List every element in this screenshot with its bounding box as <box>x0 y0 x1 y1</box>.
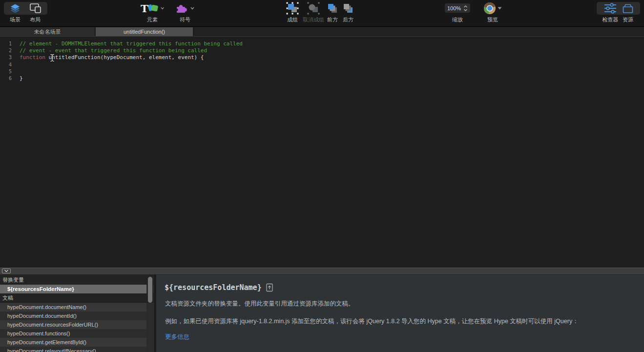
collapse-chevron-icon <box>4 269 9 272</box>
stepper-arrows-icon <box>463 5 468 11</box>
scenes-label: 场景 <box>4 16 26 23</box>
preview-button[interactable]: 预览 <box>481 2 504 23</box>
reference-panel: 替换变量 ${resourcesFolderName} 文稿 hypeDocum… <box>0 275 644 352</box>
collapse-panel-button[interactable] <box>2 269 11 273</box>
scenes-button[interactable]: 场景 <box>4 2 26 23</box>
main-toolbar: 场景 布局 T 元素 <box>0 0 644 27</box>
code-text: function untitledFunction(hypeDocument, … <box>20 54 204 61</box>
text-cursor-icon <box>50 54 55 62</box>
line-number: 4 <box>0 62 12 68</box>
sidebar-scrollbar-thumb[interactable] <box>147 276 153 303</box>
list-item[interactable]: hypeDocument.documentName() <box>0 303 146 311</box>
code-text: // event - event that triggered this fun… <box>20 47 207 54</box>
dropdown-triangle-icon <box>498 7 502 10</box>
more-info-link[interactable]: 更多信息 <box>165 333 189 341</box>
list-item[interactable]: hypeDocument.documentId() <box>0 311 146 320</box>
elements-label: 元素 <box>141 16 164 23</box>
preview-browser-icon <box>481 2 504 15</box>
sidebar-list: hypeDocument.documentName()hypeDocument.… <box>0 303 154 352</box>
elements-button[interactable]: T 元素 <box>141 2 164 23</box>
tab-untitled-scene[interactable]: 未命名场景 <box>0 27 95 36</box>
send-back-icon <box>338 2 358 15</box>
list-item[interactable]: hypeDocument.resourcesFolderURL() <box>0 320 146 329</box>
tab-untitled-function[interactable]: untitledFunction() <box>96 27 193 36</box>
panel-splitter[interactable] <box>0 268 644 275</box>
resources-button[interactable]: 资源 <box>618 2 638 23</box>
chevron-down-icon <box>161 7 164 10</box>
code-line: 3function untitledFunction(hypeDocument,… <box>0 54 644 61</box>
detail-title: ${resourcesFolderName} <box>165 283 262 292</box>
scenes-layers-icon <box>4 2 26 15</box>
list-item-selected[interactable]: ${resourcesFolderName} <box>0 285 146 293</box>
list-item[interactable]: hypeDocument.relayoutIfNecessary() <box>0 347 146 352</box>
list-item[interactable]: hypeDocument.functions() <box>0 329 146 338</box>
variables-sidebar: 替换变量 ${resourcesFolderName} 文稿 hypeDocum… <box>0 275 155 352</box>
code-line: 4 <box>0 62 644 68</box>
code-text: // element - DOMHTMLElement that trigger… <box>20 41 243 47</box>
tab-bar: 未命名场景 untitledFunction() <box>0 27 644 36</box>
text-tool-glyph: T <box>141 3 148 14</box>
zoom-label: 缩放 <box>445 16 470 23</box>
hype-window: { "toolbar": { "scenes": "场景", "layouts"… <box>0 0 644 352</box>
code-text: } <box>20 75 23 82</box>
line-number: 5 <box>0 68 12 75</box>
code-line: 6} <box>0 75 644 82</box>
detail-panel: ${resourcesFolderName} 文稿资源文件夹的替换变量。使用此变… <box>156 275 644 352</box>
code-editor[interactable]: 1// element - DOMHTMLElement that trigge… <box>0 36 644 268</box>
insert-document-icon[interactable] <box>266 283 273 292</box>
chevron-down-icon <box>190 7 194 10</box>
layouts-button[interactable]: 布局 <box>24 2 46 23</box>
line-number: 2 <box>0 47 12 54</box>
zoom-value: 100% <box>447 5 461 11</box>
detail-example: 例如，如果已使用资源库将 jquery-1.8.2.min.js 添加至您的文稿… <box>165 317 629 326</box>
list-item[interactable]: hypeDocument.getElementById() <box>0 338 146 347</box>
preview-label: 预览 <box>481 16 504 23</box>
line-number: 1 <box>0 41 12 47</box>
symbols-button[interactable]: 符号 <box>174 2 196 23</box>
resources-label: 资源 <box>618 16 638 23</box>
detail-description: 文稿资源文件夹的替换变量。使用此变量引用通过资源库添加的文稿。 <box>165 300 629 308</box>
detail-title-row: ${resourcesFolderName} <box>165 283 273 292</box>
zoom-stepper[interactable]: 100% <box>445 3 470 13</box>
elements-icon: T <box>141 2 164 15</box>
send-back-button[interactable]: 后方 <box>338 2 358 23</box>
section-header-variables: 替换变量 <box>0 275 154 285</box>
code-line: 5 <box>0 68 644 75</box>
code-lines: 1// element - DOMHTMLElement that trigge… <box>0 41 644 82</box>
code-line: 2// event - event that triggered this fu… <box>0 47 644 54</box>
symbols-label: 符号 <box>174 16 196 23</box>
section-header-document: 文稿 <box>0 293 154 303</box>
layouts-icon <box>24 2 46 15</box>
code-line: 1// element - DOMHTMLElement that trigge… <box>0 41 644 47</box>
send-back-label: 后方 <box>338 16 358 23</box>
line-number: 6 <box>0 75 12 82</box>
line-number: 3 <box>0 54 12 61</box>
symbols-puzzle-icon <box>174 2 196 15</box>
resources-box-icon <box>618 2 638 15</box>
layouts-label: 布局 <box>24 16 46 23</box>
